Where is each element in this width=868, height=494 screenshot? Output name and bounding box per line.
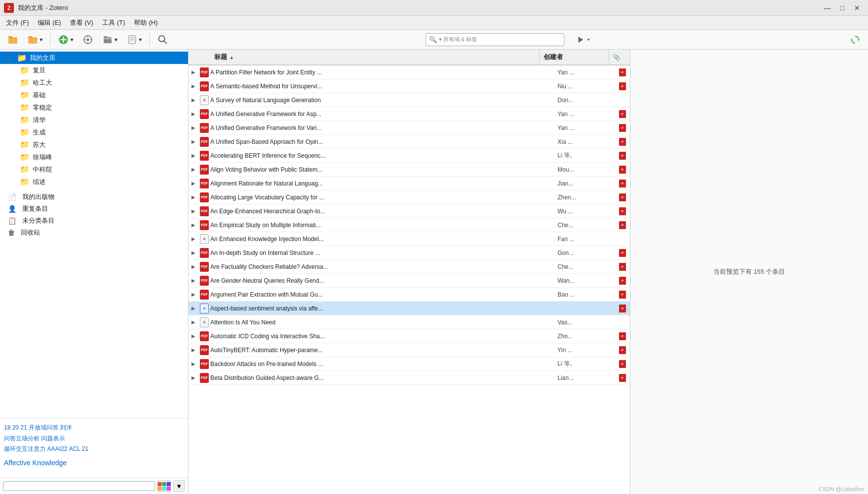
sidebar-item-zhongkeyuan[interactable]: 📁 中科院: [0, 163, 188, 176]
search-box[interactable]: 🔍 ▾ 所有域 & 标签: [426, 33, 564, 46]
sync-button[interactable]: [846, 32, 864, 47]
table-row[interactable]: ▶ PDF Beta Distribution Guided Aspect-aw…: [188, 371, 630, 385]
sidebar-item-lingwending[interactable]: 📁 零稳定: [0, 101, 188, 114]
row-expand-arrow[interactable]: ▶: [188, 153, 198, 158]
row-expand-arrow[interactable]: ▶: [188, 333, 198, 339]
pdf-attach-icon: P: [619, 68, 626, 76]
menu-view[interactable]: 查看 (V): [66, 17, 97, 28]
table-row[interactable]: ▶ PDF An In-depth Study on Internal Stru…: [188, 246, 630, 260]
sidebar-item-label: 重复条目: [22, 204, 48, 213]
row-expand-arrow[interactable]: ▶: [188, 222, 198, 228]
toolbar: ▾ ▾: [0, 30, 868, 50]
sidebar-item-publications[interactable]: 📄 我的出版物: [0, 191, 188, 203]
sort-arrow-icon: ▲: [229, 55, 234, 60]
row-expand-arrow[interactable]: ▶: [188, 69, 198, 75]
table-row[interactable]: ▶ PDF A Unified Generative Framework for…: [188, 121, 630, 135]
row-creator-text: Wu ...: [556, 208, 615, 215]
row-expand-arrow[interactable]: ▶: [188, 139, 198, 144]
sidebar-item-unclassified[interactable]: 📋 未分类条目: [0, 215, 188, 227]
sidebar-item-duplicates[interactable]: 👤 重复条目: [0, 203, 188, 215]
row-expand-arrow[interactable]: ▶: [188, 125, 198, 130]
row-expand-arrow[interactable]: ▶: [188, 83, 198, 89]
row-expand-arrow[interactable]: ▶: [188, 250, 198, 255]
column-header-creator[interactable]: 创建者: [540, 50, 609, 64]
row-expand-arrow[interactable]: ▶: [188, 208, 198, 214]
table-row[interactable]: ▶ PDF An Edge-Enhanced Hierarchical Grap…: [188, 204, 630, 218]
sidebar-item-hgd[interactable]: 📁 哈工大: [0, 76, 188, 89]
menu-file[interactable]: 文件 (F): [2, 17, 33, 28]
svg-rect-9: [87, 35, 88, 37]
note-button[interactable]: ▾: [123, 32, 145, 47]
table-row[interactable]: ▶ PDF Argument Pair Extraction with Mutu…: [188, 288, 630, 302]
sidebar-item-suda[interactable]: 📁 苏大: [0, 138, 188, 151]
minimize-button[interactable]: —: [820, 1, 834, 15]
pdf-icon: PDF: [200, 67, 209, 77]
row-type-icon: PDF: [198, 123, 210, 133]
row-attachment: P: [615, 138, 630, 146]
row-expand-arrow[interactable]: ▶: [188, 111, 198, 117]
menu-edit[interactable]: 编辑 (E): [34, 17, 65, 28]
table-row[interactable]: ▶ PDF Allocating Large Vocabulary Capaci…: [188, 190, 630, 204]
nav-forward-button[interactable]: ▾: [572, 34, 593, 45]
menu-help[interactable]: 帮助 (H): [130, 17, 162, 28]
menu-tools[interactable]: 工具 (T): [98, 17, 129, 28]
sidebar-item-mylibrary[interactable]: ▶ 📁 我的文库: [0, 52, 188, 64]
search-input[interactable]: [479, 36, 560, 43]
row-expand-arrow[interactable]: ▶: [188, 375, 198, 380]
table-row[interactable]: ▶ PDF Alignment Rationale for Natural La…: [188, 177, 630, 190]
row-expand-arrow[interactable]: ▶: [188, 194, 198, 200]
table-row[interactable]: ▶ PDF A Semantic-based Method for Unsupe…: [188, 79, 630, 93]
table-row[interactable]: ▶ PDF AutoTinyBERT: Automatic Hyper-para…: [188, 343, 630, 357]
table-row[interactable]: ▶ PDF Backdoor Attacks on Pre-trained Mo…: [188, 357, 630, 371]
sidebar-item-jichu[interactable]: 📁 基础: [0, 89, 188, 101]
sidebar-item-trash[interactable]: 🗑 回收站: [0, 227, 188, 239]
row-expand-arrow[interactable]: ▶: [188, 181, 198, 186]
row-expand-arrow[interactable]: ▶: [188, 167, 198, 172]
row-expand-arrow[interactable]: ▶: [188, 292, 198, 297]
row-expand-arrow[interactable]: ▶: [188, 278, 198, 283]
tools-button[interactable]: [79, 32, 97, 47]
table-row[interactable]: ▶ PDF A Partition Filter Network for Joi…: [188, 65, 630, 79]
table-row[interactable]: ▶ PDF Are Factuality Checkers Reliable? …: [188, 260, 630, 274]
row-attachment: P: [615, 360, 630, 368]
table-row[interactable]: ▶ PDF Are Gender-Neutral Queries Really …: [188, 274, 630, 288]
row-expand-arrow[interactable]: ▶: [188, 361, 198, 367]
new-collection-button[interactable]: ▾: [24, 32, 46, 47]
row-expand-arrow[interactable]: ▶: [188, 319, 198, 325]
sidebar-item-fudan[interactable]: 📁 复旦: [0, 64, 188, 76]
row-expand-arrow[interactable]: ▶: [188, 264, 198, 269]
table-row[interactable]: ▶ PDF A Unified Span-Based Approach for …: [188, 135, 630, 149]
column-header-attachment[interactable]: 📎: [609, 50, 624, 64]
sidebar-item-zongshu[interactable]: 📁 综述: [0, 176, 188, 188]
pdf-icon: PDF: [200, 109, 209, 119]
lookup-button[interactable]: [154, 32, 172, 47]
row-expand-arrow[interactable]: ▶: [188, 97, 198, 103]
row-expand-arrow[interactable]: ▶: [188, 236, 198, 242]
sidebar-item-shengcheng[interactable]: 📁 生成: [0, 126, 188, 138]
close-button[interactable]: ✕: [850, 1, 864, 15]
table-row[interactable]: ▶ PDF A Unified Generative Framework for…: [188, 107, 630, 121]
table-row[interactable]: ▶ A A Survey of Natural Language Generat…: [188, 93, 630, 107]
column-header-title[interactable]: 标题 ▲: [210, 50, 540, 64]
table-row[interactable]: ▶ A An Enhanced Knowledge Injection Mode…: [188, 232, 630, 246]
table-row[interactable]: ▶ A Aspect-based sentiment analysis via …: [188, 302, 630, 315]
tag-color-button[interactable]: [157, 480, 171, 492]
row-type-icon: PDF: [198, 276, 210, 286]
row-expand-arrow[interactable]: ▶: [188, 306, 198, 311]
new-item-button[interactable]: [4, 32, 22, 47]
table-row[interactable]: ▶ A Attention Is All You Need Vas...: [188, 315, 630, 329]
tag-scroll-down[interactable]: ▼: [173, 480, 185, 492]
sidebar-item-qinghua[interactable]: 📁 清华: [0, 114, 188, 126]
add-item-button[interactable]: ▾: [55, 32, 77, 47]
sidebar-item-xrf[interactable]: 📁 徐瑞峰: [0, 151, 188, 163]
row-type-icon: PDF: [198, 331, 210, 341]
table-row[interactable]: ▶ PDF An Empirical Study on Multiple Inf…: [188, 218, 630, 232]
row-expand-arrow[interactable]: ▶: [188, 347, 198, 353]
table-row[interactable]: ▶ PDF Automatic ICD Coding via Interacti…: [188, 329, 630, 343]
maximize-button[interactable]: □: [835, 1, 849, 15]
row-title-text: A Unified Span-Based Approach for Opin..…: [210, 138, 556, 145]
attach-button[interactable]: ▾: [99, 32, 121, 47]
table-row[interactable]: ▶ PDF Accelerating BERT Inference for Se…: [188, 149, 630, 163]
table-row[interactable]: ▶ PDF Align Voting Behavior with Public …: [188, 163, 630, 177]
tag-filter-input[interactable]: [3, 481, 155, 491]
